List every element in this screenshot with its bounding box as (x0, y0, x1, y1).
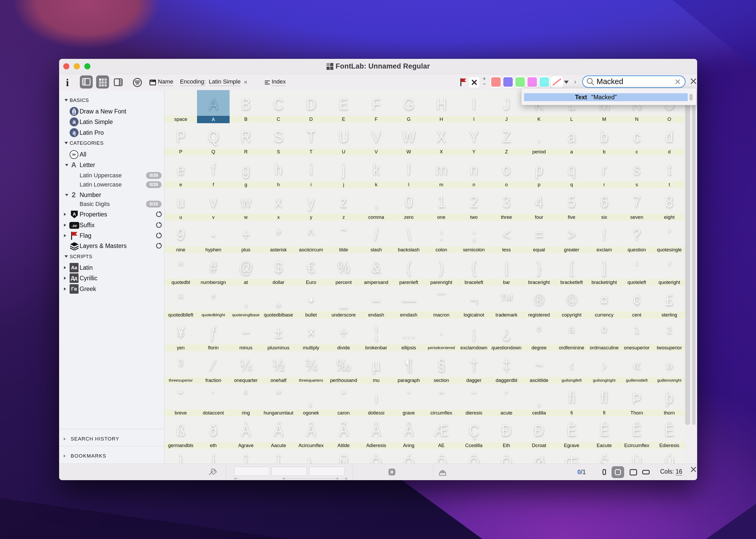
svg-text:A: A (73, 212, 76, 217)
svg-text:.sc: .sc (72, 223, 77, 228)
